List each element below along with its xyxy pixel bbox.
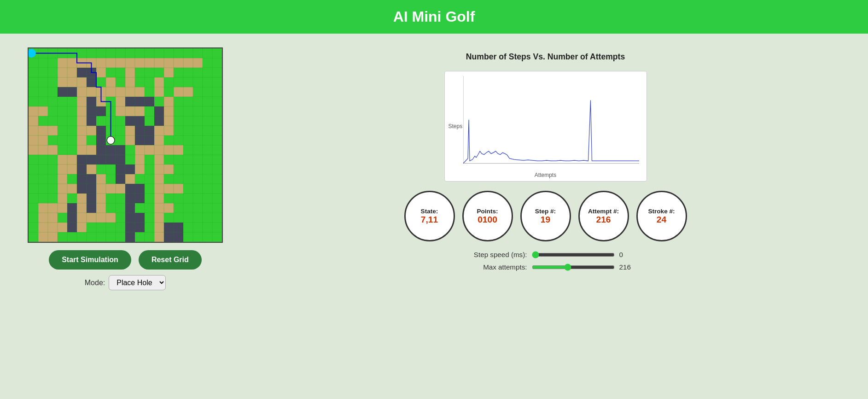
stat-points: Points: 0100 [462,191,513,241]
sliders-section: Step speed (ms): 0 Max attempts: 216 [454,251,638,271]
chart-container: Steps Attempts [444,71,647,182]
stat-state-value: 7,11 [421,215,438,225]
slider-max-attempts[interactable] [532,264,615,271]
slider-step-speed-label: Step speed (ms): [454,251,527,258]
stat-attempt-label: Attempt #: [588,208,619,215]
stats-row: State: 7,11 Points: 0100 Step #: 19 Atte… [404,191,687,241]
chart-x-label: Attempts [535,172,556,178]
slider-max-attempts-value: 216 [619,263,638,271]
golf-canvas[interactable] [29,48,222,242]
button-row: Start Simulation Reset Grid [49,250,202,270]
slider-max-attempts-label: Max attempts: [454,263,527,271]
stat-stroke-label: Stroke #: [648,208,675,215]
mode-row: Mode: Place Hole Place Ball Place Wall E… [85,275,166,290]
stat-points-label: Points: [477,208,498,215]
reset-grid-button[interactable]: Reset Grid [139,250,202,270]
stat-state: State: 7,11 [404,191,455,241]
stat-step: Step #: 19 [520,191,571,241]
left-panel: Start Simulation Reset Grid Mode: Place … [28,47,223,290]
mode-label: Mode: [85,279,105,287]
slider-step-speed[interactable] [532,251,615,258]
stat-stroke: Stroke #: 24 [636,191,687,241]
stat-attempt: Attempt #: 216 [578,191,629,241]
main-content: Start Simulation Reset Grid Mode: Place … [0,34,868,304]
stat-attempt-value: 216 [596,215,611,225]
stat-state-label: State: [421,208,438,215]
mode-select[interactable]: Place Hole Place Ball Place Wall Erase [109,275,166,290]
app-header: AI Mini Golf [0,0,868,34]
app-title: AI Mini Golf [8,8,860,25]
stat-step-label: Step #: [535,208,556,215]
stat-points-value: 0100 [478,215,497,225]
slider-step-speed-row: Step speed (ms): 0 [454,251,638,258]
slider-step-speed-value: 0 [619,251,638,258]
slider-max-attempts-row: Max attempts: 216 [454,263,638,271]
chart-svg [463,76,639,168]
golf-grid-container[interactable] [28,47,223,243]
stat-step-value: 19 [541,215,550,225]
stat-stroke-value: 24 [657,215,666,225]
chart-y-label: Steps [449,123,463,129]
controls: Start Simulation Reset Grid Mode: Place … [49,250,202,290]
start-simulation-button[interactable]: Start Simulation [49,250,131,270]
right-panel: Number of Steps Vs. Number of Attempts S… [250,47,840,271]
chart-title: Number of Steps Vs. Number of Attempts [466,52,625,62]
